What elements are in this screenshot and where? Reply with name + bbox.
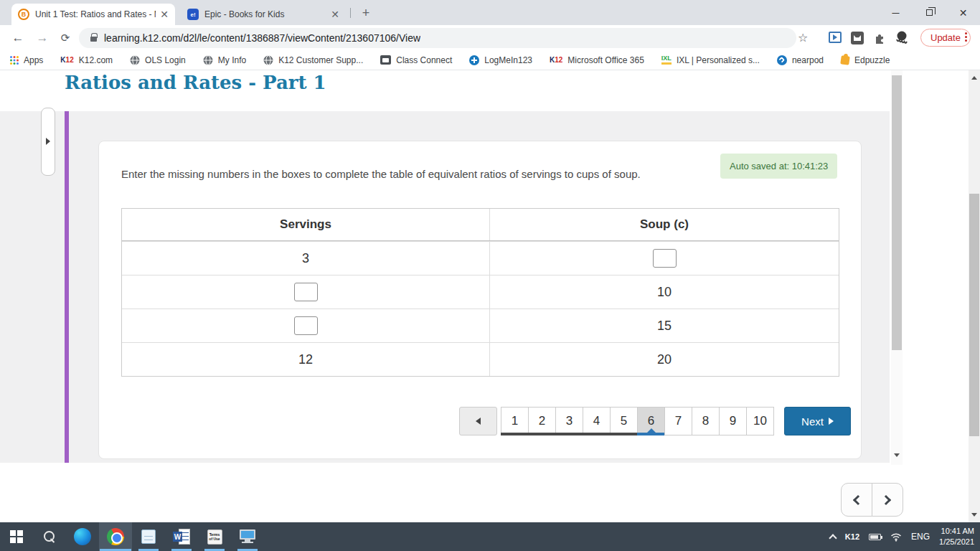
taskbar-terms-of-use-button[interactable]: Terms of Use xyxy=(198,522,231,551)
bookmark-class-connect[interactable]: Class Connect xyxy=(380,55,452,65)
language-indicator[interactable]: ENG xyxy=(911,532,930,542)
battery-icon[interactable] xyxy=(869,534,881,540)
reload-button[interactable]: ⟳ xyxy=(55,25,76,50)
servings-input-row3[interactable] xyxy=(294,316,318,335)
terms-of-use-icon: Terms of Use xyxy=(207,529,222,545)
profile-avatar-octopus-icon[interactable] xyxy=(895,30,909,46)
wifi-icon[interactable] xyxy=(890,532,902,542)
table-row: 15 xyxy=(122,309,839,342)
bookmark-ixl[interactable]: IXL IXL | Personalized s... xyxy=(661,55,760,65)
new-tab-button[interactable]: + xyxy=(357,4,374,22)
bookmark-star-icon[interactable]: ☆ xyxy=(798,31,808,44)
bookmark-logmein123[interactable]: LogMeIn123 xyxy=(469,55,532,65)
url-text: learning.k12.com/d2l/le/content/1386887/… xyxy=(104,32,420,44)
start-button[interactable] xyxy=(0,522,33,551)
address-bar[interactable]: learning.k12.com/d2l/le/content/1386887/… xyxy=(79,28,796,48)
page-button-3[interactable]: 3 xyxy=(555,407,583,435)
page-button-8[interactable]: 8 xyxy=(692,407,720,435)
inner-scrollbar[interactable] xyxy=(891,70,903,465)
cat-extension-icon[interactable] xyxy=(851,32,864,44)
bookmark-label: nearpod xyxy=(792,55,824,65)
bookmark-k12com[interactable]: K12 K12.com xyxy=(60,55,113,65)
windows-logo-icon xyxy=(10,530,23,543)
tab-separator xyxy=(350,8,351,18)
browser-scrollbar-thumb[interactable] xyxy=(969,194,979,436)
column-header-servings: Servings xyxy=(122,209,489,240)
bookmark-label: Class Connect xyxy=(396,55,452,65)
lock-icon xyxy=(90,37,97,42)
scroll-down-arrow-icon[interactable] xyxy=(971,513,977,517)
extensions-puzzle-icon[interactable] xyxy=(874,32,887,44)
taskbar-word-button[interactable]: W xyxy=(165,522,198,551)
epic-favicon-icon: e! xyxy=(187,9,199,20)
page-button-2[interactable]: 2 xyxy=(528,407,556,435)
next-label: Next xyxy=(801,415,824,428)
bookmark-nearpod[interactable]: nearpod xyxy=(777,55,824,65)
page-button-1[interactable]: 1 xyxy=(501,407,529,435)
soup-input-row1[interactable] xyxy=(653,249,677,268)
bookmark-label: My Info xyxy=(218,55,246,65)
hidden-icons-chevron-icon[interactable] xyxy=(829,534,837,542)
question-card: Enter the missing numbers in the boxes t… xyxy=(98,141,862,459)
next-button[interactable]: Next xyxy=(784,407,851,435)
k12-tray-icon[interactable]: K12 xyxy=(845,532,859,541)
taskbar-computer-button[interactable] xyxy=(231,522,264,551)
tab-unit-1-test[interactable]: B Unit 1 Test: Ratios and Rates - Ma ✕ xyxy=(11,4,175,25)
video-extension-icon[interactable] xyxy=(829,32,842,43)
tab-close-icon[interactable]: ✕ xyxy=(160,9,169,19)
back-button[interactable]: ← xyxy=(7,25,29,50)
clock-time: 10:41 AM xyxy=(939,526,974,537)
tab-close-icon[interactable]: ✕ xyxy=(331,9,339,19)
page-button-7[interactable]: 7 xyxy=(664,407,692,435)
taskbar-edge-button[interactable] xyxy=(66,522,99,551)
page-button-6-current[interactable]: 6 xyxy=(637,407,665,435)
soup-value: 20 xyxy=(489,343,839,376)
page-button-5[interactable]: 5 xyxy=(610,407,638,435)
browser-menu-icon[interactable] xyxy=(963,31,969,43)
servings-cell xyxy=(122,309,489,342)
next-content-button[interactable] xyxy=(872,483,903,517)
tab-title: Epic - Books for Kids xyxy=(204,9,326,19)
bookmark-label: Edpuzzle xyxy=(854,55,890,65)
servings-input-row2[interactable] xyxy=(294,283,318,301)
bookmark-my-info[interactable]: My Info xyxy=(203,55,246,65)
scroll-up-arrow-icon[interactable] xyxy=(971,76,977,80)
close-button[interactable]: ✕ xyxy=(946,0,980,25)
forward-button[interactable]: → xyxy=(32,25,53,50)
column-header-soup: Soup (c) xyxy=(489,209,839,240)
taskbar-notepad-button[interactable] xyxy=(132,522,165,551)
sidebar-expand-handle[interactable] xyxy=(41,108,55,176)
nearpod-icon xyxy=(777,55,787,65)
restore-icon xyxy=(926,9,933,16)
chrome-icon xyxy=(107,528,124,545)
bookmark-k12-customer-support[interactable]: K12 Customer Supp... xyxy=(263,55,363,65)
edpuzzle-icon xyxy=(840,55,850,65)
inner-scrollbar-thumb[interactable] xyxy=(892,75,902,350)
taskbar-chrome-button[interactable] xyxy=(99,522,132,551)
bookmark-apps[interactable]: Apps xyxy=(10,55,43,65)
left-triangle-icon xyxy=(476,418,481,425)
page-button-10[interactable]: 10 xyxy=(746,407,774,435)
browser-scrollbar[interactable] xyxy=(969,70,980,522)
tab-epic-books[interactable]: e! Epic - Books for Kids ✕ xyxy=(181,4,346,25)
bookmark-label: OLS Login xyxy=(145,55,186,65)
bookmark-edpuzzle[interactable]: Edpuzzle xyxy=(841,55,890,65)
bookmark-label: K12.com xyxy=(79,55,113,65)
minimize-button[interactable]: ─ xyxy=(879,0,913,25)
bookmark-ols-login[interactable]: OLS Login xyxy=(130,55,186,65)
browser-toolbar: ← → ⟳ learning.k12.com/d2l/le/content/13… xyxy=(0,25,980,50)
page-button-9[interactable]: 9 xyxy=(719,407,747,435)
bookmarks-bar: Apps K12 K12.com OLS Login My Info K12 C… xyxy=(0,50,980,70)
purple-accent-stripe xyxy=(65,111,69,463)
pagination-previous-button[interactable] xyxy=(459,407,497,435)
taskbar-search-button[interactable] xyxy=(33,522,66,551)
previous-content-button[interactable] xyxy=(841,483,872,517)
taskbar-clock[interactable]: 10:41 AM 1/25/2021 xyxy=(939,526,974,547)
scroll-down-arrow-icon[interactable] xyxy=(894,453,900,457)
screen-icon xyxy=(380,55,391,65)
bookmark-office-365[interactable]: K12 Microsoft Office 365 xyxy=(550,55,644,65)
browser-tab-strip: B Unit 1 Test: Ratios and Rates - Ma ✕ e… xyxy=(0,0,980,25)
table-row: 10 xyxy=(122,275,839,309)
restore-button[interactable] xyxy=(913,0,946,25)
page-button-4[interactable]: 4 xyxy=(583,407,611,435)
